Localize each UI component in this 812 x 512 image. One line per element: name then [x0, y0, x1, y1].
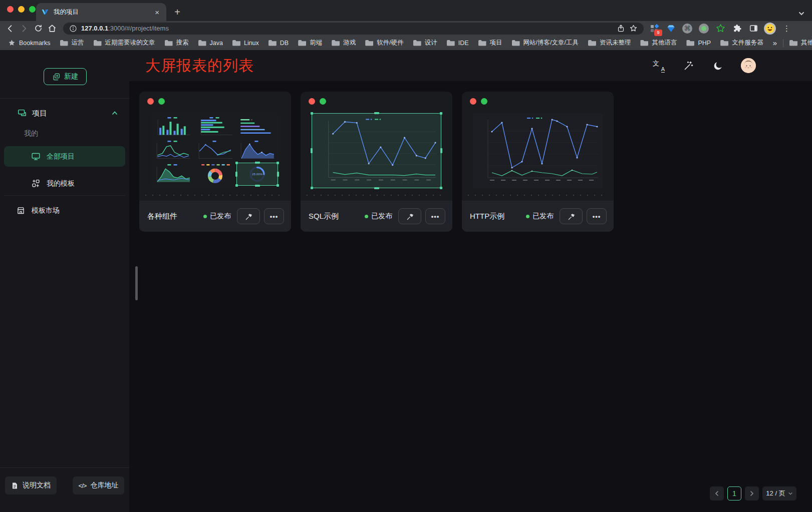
bookmark-folder[interactable]: IDE [447, 40, 469, 47]
card-footer: HTTP示例 已发布 ••• [462, 201, 614, 232]
sidebar-item-template-market[interactable]: 模板市场 [4, 200, 125, 221]
sidebar-label-mine: 我的 [24, 129, 38, 138]
site-info-icon[interactable] [69, 25, 77, 33]
project-card[interactable]: HTTP示例 已发布 ••• [462, 92, 614, 232]
edit-project-button[interactable] [237, 208, 260, 224]
tab-manager-extension-icon[interactable]: 9 [648, 22, 661, 35]
new-tab-button[interactable]: + [170, 5, 184, 19]
bookmark-folder[interactable]: 项目 [478, 39, 502, 47]
sidebar-item-all-projects[interactable]: 全部项目 [4, 146, 125, 167]
zoom-window-button[interactable] [29, 6, 36, 13]
bookmark-folder[interactable]: Linux [232, 40, 259, 47]
command-extension-icon[interactable]: ⌘ [681, 22, 694, 35]
bookmark-folder[interactable]: Java [198, 40, 223, 47]
bookmark-folder[interactable]: 前端 [298, 39, 322, 47]
user-avatar[interactable] [741, 58, 756, 73]
close-window-button[interactable] [7, 6, 14, 13]
edit-project-button[interactable] [398, 208, 421, 224]
browser-chrome: 我的项目 × + 127.0.0.1:3000/#/project/items [0, 0, 812, 50]
goview-app: 新建 项目 我的 全部项目 我的模板 [0, 50, 812, 512]
new-project-button[interactable]: 新建 [44, 68, 87, 85]
bookmark-star-icon[interactable] [629, 24, 638, 33]
folder-icon [332, 40, 340, 46]
line-chart-preview [312, 114, 441, 188]
template-blocks-icon [31, 179, 41, 188]
gauge-value-label: 25.00% [252, 172, 263, 176]
gem-extension-icon[interactable] [664, 22, 677, 35]
repo-button[interactable]: </> 仓库地址 [73, 476, 124, 494]
next-page-button[interactable] [745, 486, 759, 500]
bookmarks-overflow-icon[interactable]: » [773, 39, 777, 47]
more-actions-button[interactable]: ••• [587, 208, 607, 224]
profile-avatar-icon[interactable] [763, 22, 776, 35]
code-icon: </> [79, 482, 87, 489]
bookmark-folder[interactable]: 设计 [413, 39, 437, 47]
mini-gauge-chart: 25.00% [237, 163, 278, 185]
selected-gauge-widget[interactable]: 25.00% [236, 163, 278, 186]
bookmark-folder[interactable]: 文件服务器 [720, 39, 763, 47]
folder-icon [413, 40, 421, 46]
card-footer: 各种组件 已发布 ••• [139, 201, 291, 232]
project-card[interactable]: 25.00% 各种组件 已发布 [139, 92, 291, 232]
magic-wand-icon[interactable] [682, 59, 695, 72]
more-actions-button[interactable]: ••• [264, 208, 284, 224]
folder-icon [588, 40, 596, 46]
mini-capsule-chart [236, 116, 278, 139]
mini-line-chart [152, 139, 194, 163]
url-bar[interactable]: 127.0.0.1:3000/#/project/items [63, 23, 644, 35]
status-dot [526, 215, 529, 218]
dotted-separator [468, 195, 608, 196]
extensions-puzzle-icon[interactable] [730, 22, 743, 35]
bookmark-folder[interactable]: 软件/硬件 [365, 39, 403, 47]
recorder-extension-icon[interactable] [697, 22, 710, 35]
chevron-up-icon[interactable] [111, 110, 118, 117]
dotted-separator [145, 195, 285, 196]
document-icon [11, 482, 19, 489]
tab-close-icon[interactable]: × [153, 8, 161, 17]
share-icon[interactable] [617, 24, 625, 33]
bookmark-item[interactable]: Bookmarks [8, 39, 51, 47]
bookmark-folder[interactable]: 网站/博客/文章/工具 [512, 39, 579, 47]
folder-icon [298, 40, 306, 46]
green-star-extension-icon[interactable] [714, 22, 727, 35]
tab-strip: 我的项目 × + [0, 0, 812, 21]
dotted-separator [307, 195, 446, 196]
browser-toolbar: 127.0.0.1:3000/#/project/items 9 [0, 21, 812, 36]
folder-icon [447, 40, 455, 46]
browser-tab[interactable]: 我的项目 × [36, 3, 166, 21]
prev-page-button[interactable] [710, 486, 724, 500]
page-size-select[interactable]: 12 / 页 [762, 486, 796, 500]
docs-button[interactable]: 说明文档 [5, 476, 57, 494]
dark-mode-moon-icon[interactable] [711, 59, 724, 72]
side-panel-icon[interactable] [747, 22, 760, 35]
language-translate-icon[interactable]: 文 A [652, 59, 665, 72]
tab-search-chevron-icon[interactable] [798, 10, 805, 17]
edit-project-button[interactable] [560, 208, 583, 224]
bookmark-folder[interactable]: 运营 [60, 39, 84, 47]
bookmark-folder[interactable]: PHP [686, 40, 711, 47]
project-card[interactable]: SQL示例 已发布 ••• [301, 92, 452, 232]
other-bookmarks-folder[interactable]: 其他书签 [789, 39, 812, 47]
forward-icon[interactable] [17, 22, 31, 35]
bookmark-folder[interactable]: 资讯未整理 [588, 39, 631, 47]
home-icon[interactable] [45, 22, 59, 35]
scrollbar-thumb[interactable] [135, 266, 138, 300]
back-icon[interactable] [3, 22, 17, 35]
bookmark-folder[interactable]: DB [268, 40, 289, 47]
page-title: 大屏报表的列表 [145, 56, 254, 76]
minimize-window-button[interactable] [18, 6, 25, 13]
sidebar-item-my-templates[interactable]: 我的模板 [4, 173, 125, 194]
bookmark-folder[interactable]: 其他语言 [640, 39, 677, 47]
browser-menu-icon[interactable]: ⋮ [780, 24, 793, 33]
card-title: SQL示例 [309, 212, 339, 221]
page-header: 大屏报表的列表 文 A [129, 50, 812, 81]
storefront-icon [16, 206, 26, 215]
more-actions-button[interactable]: ••• [425, 208, 445, 224]
page-number-button[interactable]: 1 [727, 486, 741, 500]
bookmark-folder[interactable]: 游戏 [332, 39, 356, 47]
window-controls[interactable] [7, 6, 36, 13]
reload-icon[interactable] [31, 22, 45, 35]
bookmark-folder[interactable]: 搜索 [165, 39, 189, 47]
sidebar-group-projects[interactable]: 项目 [0, 106, 129, 121]
bookmark-folder[interactable]: 近期需要读的文章 [94, 39, 155, 47]
